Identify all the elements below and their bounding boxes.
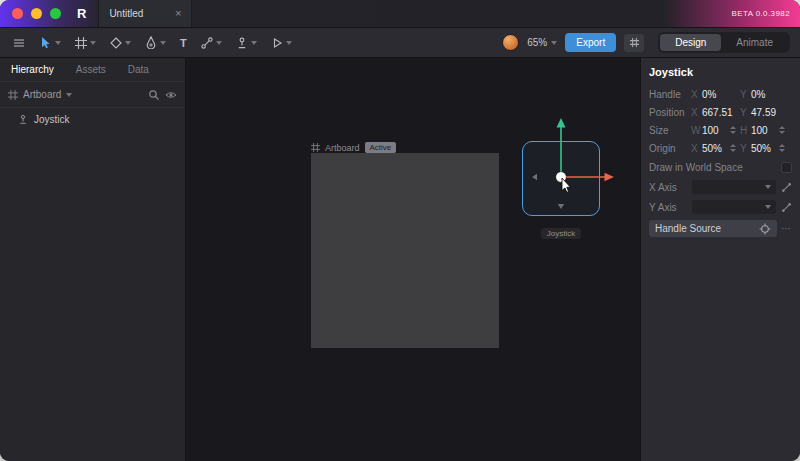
size-row: Size W 100 H 100 bbox=[641, 121, 800, 139]
position-x-field[interactable]: X 667.51 bbox=[691, 107, 740, 118]
search-icon[interactable] bbox=[148, 89, 160, 101]
stepper-control[interactable] bbox=[730, 144, 736, 152]
artboard-tool-button[interactable] bbox=[68, 28, 103, 57]
inspector-panel: Joystick Handle X 0% Y 0% Position X 667… bbox=[640, 58, 800, 461]
shapes-tool-button[interactable] bbox=[103, 28, 138, 57]
text-tool-button[interactable]: T bbox=[173, 28, 194, 57]
shapes-diamond-icon bbox=[110, 37, 122, 49]
bone-icon bbox=[201, 37, 213, 49]
export-button[interactable]: Export bbox=[565, 33, 616, 52]
pen-tool-button[interactable] bbox=[138, 28, 173, 57]
titlebar: R Untitled × BETA 0.0.3982 bbox=[0, 0, 800, 28]
handle-source-field[interactable]: Handle Source bbox=[649, 220, 777, 237]
joystick-selection-box[interactable] bbox=[522, 141, 600, 216]
tab-close-icon[interactable]: × bbox=[175, 8, 181, 19]
document-tab-title: Untitled bbox=[109, 8, 165, 19]
size-h-field[interactable]: H 100 bbox=[740, 125, 789, 136]
hamburger-menu-icon bbox=[13, 37, 25, 49]
artboard-frame-icon bbox=[8, 90, 18, 100]
document-tab[interactable]: Untitled × bbox=[98, 0, 192, 27]
handle-y-field[interactable]: Y 0% bbox=[740, 89, 789, 100]
main-menu-button[interactable] bbox=[6, 28, 32, 57]
chevron-down-icon bbox=[160, 41, 166, 45]
app-window: R Untitled × BETA 0.0.3982 T bbox=[0, 0, 800, 461]
origin-x-field[interactable]: X 50% bbox=[691, 143, 740, 154]
size-label: Size bbox=[649, 125, 691, 136]
chevron-down-icon bbox=[765, 185, 771, 189]
chevron-down-icon[interactable] bbox=[66, 93, 72, 97]
more-options-icon[interactable]: ⋯ bbox=[781, 223, 792, 234]
position-label: Position bbox=[649, 107, 691, 118]
origin-y-field[interactable]: Y 50% bbox=[740, 143, 789, 154]
hash-grid-icon bbox=[630, 38, 639, 47]
x-axis-dropdown[interactable] bbox=[692, 180, 776, 194]
field-key: X bbox=[691, 107, 702, 118]
tab-data[interactable]: Data bbox=[117, 64, 160, 75]
handle-row: Handle X 0% Y 0% bbox=[641, 85, 800, 103]
size-w-field[interactable]: W 100 bbox=[691, 125, 740, 136]
minimize-window-button[interactable] bbox=[31, 8, 42, 19]
y-axis-row: Y Axis bbox=[641, 197, 800, 217]
artboard-selector-row: Artboard bbox=[0, 82, 185, 108]
chevron-down-icon bbox=[90, 41, 96, 45]
hierarchy-item-joystick[interactable]: Joystick bbox=[0, 108, 185, 130]
artboard-selector[interactable]: Artboard bbox=[23, 89, 61, 100]
joystick-icon bbox=[18, 114, 28, 125]
tab-assets[interactable]: Assets bbox=[65, 64, 117, 75]
world-space-checkbox[interactable] bbox=[781, 162, 792, 173]
artboard-frame-icon bbox=[75, 37, 87, 49]
visibility-eye-icon[interactable] bbox=[165, 89, 177, 101]
y-axis-dropdown[interactable] bbox=[692, 200, 776, 214]
field-value: 100 bbox=[702, 125, 719, 136]
field-key: X bbox=[691, 89, 702, 100]
embed-button[interactable] bbox=[624, 34, 644, 52]
text-tool-icon: T bbox=[180, 37, 187, 49]
close-window-button[interactable] bbox=[12, 8, 23, 19]
artboard-active-badge: Active bbox=[365, 142, 397, 153]
window-controls bbox=[0, 8, 69, 19]
handle-x-field[interactable]: X 0% bbox=[691, 89, 740, 100]
target-picker-icon[interactable] bbox=[759, 223, 771, 235]
field-key: X bbox=[691, 143, 702, 154]
artboard-surface[interactable] bbox=[311, 153, 499, 348]
joystick-name-text: Joystick bbox=[541, 228, 581, 239]
pen-nib-icon bbox=[145, 36, 157, 49]
trigger-tool-button[interactable] bbox=[264, 28, 299, 57]
stepper-control[interactable] bbox=[779, 126, 785, 134]
zoom-level: 65% bbox=[527, 37, 547, 48]
stepper-control[interactable] bbox=[779, 144, 785, 152]
bone-tool-button[interactable] bbox=[194, 28, 229, 57]
zoom-control[interactable]: 65% bbox=[527, 37, 557, 48]
handle-source-row: Handle Source ⋯ bbox=[649, 220, 792, 237]
avatar[interactable] bbox=[502, 34, 519, 51]
inspector-title: Joystick bbox=[641, 58, 800, 85]
y-axis-label: Y Axis bbox=[649, 202, 687, 213]
bind-icon[interactable] bbox=[781, 182, 792, 193]
chevron-down-icon bbox=[286, 41, 292, 45]
joystick-tool-icon bbox=[236, 37, 248, 49]
field-key: Y bbox=[740, 143, 751, 154]
field-value: 0% bbox=[702, 89, 716, 100]
origin-row: Origin X 50% Y 50% bbox=[641, 139, 800, 157]
tab-design[interactable]: Design bbox=[660, 34, 721, 51]
artboard-header[interactable]: Artboard Active bbox=[311, 142, 396, 153]
field-value: 0% bbox=[751, 89, 765, 100]
x-axis-row: X Axis bbox=[641, 177, 800, 197]
joystick-tool-button[interactable] bbox=[229, 28, 264, 57]
stage-canvas[interactable]: Artboard Active bbox=[186, 58, 640, 461]
bind-icon[interactable] bbox=[781, 202, 792, 213]
tab-animate[interactable]: Animate bbox=[721, 34, 788, 51]
tab-hierarchy[interactable]: Hierarchy bbox=[0, 64, 65, 75]
chevron-down-icon bbox=[765, 205, 771, 209]
main-body: Hierarchy Assets Data Artboard Joystick bbox=[0, 58, 800, 461]
zoom-window-button[interactable] bbox=[50, 8, 61, 19]
rive-logo: R bbox=[77, 6, 86, 21]
field-key: Y bbox=[740, 107, 751, 118]
world-space-label: Draw in World Space bbox=[649, 162, 781, 173]
stepper-control[interactable] bbox=[730, 126, 736, 134]
left-sidebar: Hierarchy Assets Data Artboard Joystick bbox=[0, 58, 186, 461]
position-y-field[interactable]: Y 47.59 bbox=[740, 107, 789, 118]
select-tool-button[interactable] bbox=[32, 28, 68, 57]
field-value: 50% bbox=[702, 143, 722, 154]
joystick-name-tag: Joystick bbox=[522, 222, 600, 240]
